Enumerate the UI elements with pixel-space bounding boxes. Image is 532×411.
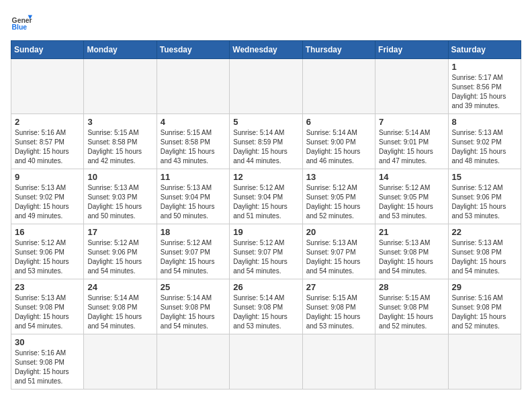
day-number: 20 <box>306 227 371 237</box>
calendar-cell <box>375 59 448 114</box>
logo-icon: General Blue <box>11 11 32 32</box>
day-number: 10 <box>87 172 152 182</box>
calendar-cell: 21Sunrise: 5:13 AM Sunset: 9:08 PM Dayli… <box>375 224 448 279</box>
calendar-cell: 7Sunrise: 5:14 AM Sunset: 9:01 PM Daylig… <box>375 114 448 169</box>
day-number: 21 <box>379 227 444 237</box>
day-info: Sunrise: 5:12 AM Sunset: 9:05 PM Dayligh… <box>379 183 444 221</box>
day-info: Sunrise: 5:12 AM Sunset: 9:06 PM Dayligh… <box>15 238 80 276</box>
day-info: Sunrise: 5:12 AM Sunset: 9:07 PM Dayligh… <box>233 238 298 276</box>
calendar-cell <box>302 59 375 114</box>
day-number: 24 <box>87 282 152 292</box>
day-number: 8 <box>452 117 517 127</box>
day-info: Sunrise: 5:13 AM Sunset: 9:08 PM Dayligh… <box>452 238 517 276</box>
calendar-cell: 9Sunrise: 5:13 AM Sunset: 9:02 PM Daylig… <box>11 169 84 224</box>
calendar-cell <box>84 334 157 390</box>
day-info: Sunrise: 5:14 AM Sunset: 8:59 PM Dayligh… <box>233 128 298 166</box>
day-number: 13 <box>306 172 371 182</box>
day-number: 17 <box>87 227 152 237</box>
day-number: 28 <box>379 282 444 292</box>
calendar-cell: 12Sunrise: 5:12 AM Sunset: 9:04 PM Dayli… <box>230 169 302 224</box>
day-number: 2 <box>15 117 80 127</box>
calendar-cell: 26Sunrise: 5:14 AM Sunset: 9:08 PM Dayli… <box>230 279 302 334</box>
day-number: 11 <box>161 172 226 182</box>
day-number: 7 <box>379 117 444 127</box>
day-info: Sunrise: 5:13 AM Sunset: 9:08 PM Dayligh… <box>15 293 80 331</box>
calendar-cell: 28Sunrise: 5:15 AM Sunset: 9:08 PM Dayli… <box>375 279 448 334</box>
day-info: Sunrise: 5:16 AM Sunset: 8:57 PM Dayligh… <box>15 128 80 166</box>
calendar-cell <box>157 334 229 390</box>
calendar-cell: 14Sunrise: 5:12 AM Sunset: 9:05 PM Dayli… <box>375 169 448 224</box>
calendar-cell <box>230 59 302 114</box>
calendar-cell: 18Sunrise: 5:12 AM Sunset: 9:07 PM Dayli… <box>157 224 229 279</box>
day-info: Sunrise: 5:13 AM Sunset: 9:03 PM Dayligh… <box>87 183 152 221</box>
calendar-cell <box>230 334 302 390</box>
col-monday: Monday <box>84 41 157 59</box>
calendar-cell: 24Sunrise: 5:14 AM Sunset: 9:08 PM Dayli… <box>84 279 157 334</box>
day-number: 23 <box>15 282 80 292</box>
day-info: Sunrise: 5:15 AM Sunset: 8:58 PM Dayligh… <box>87 128 152 166</box>
week-row-0: 1Sunrise: 5:17 AM Sunset: 8:56 PM Daylig… <box>11 59 521 114</box>
calendar-cell: 30Sunrise: 5:16 AM Sunset: 9:08 PM Dayli… <box>11 334 84 390</box>
col-friday: Friday <box>375 41 448 59</box>
week-row-2: 9Sunrise: 5:13 AM Sunset: 9:02 PM Daylig… <box>11 169 521 224</box>
day-number: 15 <box>452 172 517 182</box>
week-row-5: 30Sunrise: 5:16 AM Sunset: 9:08 PM Dayli… <box>11 334 521 390</box>
col-thursday: Thursday <box>302 41 375 59</box>
day-info: Sunrise: 5:14 AM Sunset: 9:00 PM Dayligh… <box>306 128 371 166</box>
calendar-header: General Blue <box>11 11 521 32</box>
calendar-cell: 2Sunrise: 5:16 AM Sunset: 8:57 PM Daylig… <box>11 114 84 169</box>
calendar-cell: 8Sunrise: 5:13 AM Sunset: 9:02 PM Daylig… <box>448 114 521 169</box>
week-row-1: 2Sunrise: 5:16 AM Sunset: 8:57 PM Daylig… <box>11 114 521 169</box>
calendar-cell: 25Sunrise: 5:14 AM Sunset: 9:08 PM Dayli… <box>157 279 229 334</box>
calendar-cell <box>375 334 448 390</box>
week-row-4: 23Sunrise: 5:13 AM Sunset: 9:08 PM Dayli… <box>11 279 521 334</box>
day-info: Sunrise: 5:14 AM Sunset: 9:08 PM Dayligh… <box>233 293 298 331</box>
calendar-cell: 4Sunrise: 5:15 AM Sunset: 8:58 PM Daylig… <box>157 114 229 169</box>
day-number: 4 <box>161 117 226 127</box>
day-number: 1 <box>452 62 517 72</box>
calendar-cell: 1Sunrise: 5:17 AM Sunset: 8:56 PM Daylig… <box>448 59 521 114</box>
day-info: Sunrise: 5:16 AM Sunset: 9:08 PM Dayligh… <box>452 293 517 331</box>
calendar-cell <box>448 334 521 390</box>
day-number: 27 <box>306 282 371 292</box>
day-info: Sunrise: 5:13 AM Sunset: 9:07 PM Dayligh… <box>306 238 371 276</box>
col-tuesday: Tuesday <box>157 41 229 59</box>
calendar-cell <box>84 59 157 114</box>
day-number: 6 <box>306 117 371 127</box>
week-row-3: 16Sunrise: 5:12 AM Sunset: 9:06 PM Dayli… <box>11 224 521 279</box>
day-number: 9 <box>15 172 80 182</box>
day-info: Sunrise: 5:13 AM Sunset: 9:08 PM Dayligh… <box>379 238 444 276</box>
calendar-cell <box>11 59 84 114</box>
calendar-cell: 3Sunrise: 5:15 AM Sunset: 8:58 PM Daylig… <box>84 114 157 169</box>
day-info: Sunrise: 5:16 AM Sunset: 9:08 PM Dayligh… <box>15 349 80 386</box>
day-info: Sunrise: 5:14 AM Sunset: 9:01 PM Dayligh… <box>379 128 444 166</box>
col-wednesday: Wednesday <box>230 41 302 59</box>
day-info: Sunrise: 5:17 AM Sunset: 8:56 PM Dayligh… <box>452 73 517 111</box>
calendar-table: Sunday Monday Tuesday Wednesday Thursday… <box>11 40 521 390</box>
day-info: Sunrise: 5:13 AM Sunset: 9:02 PM Dayligh… <box>452 128 517 166</box>
day-number: 5 <box>233 117 298 127</box>
day-info: Sunrise: 5:15 AM Sunset: 8:58 PM Dayligh… <box>161 128 226 166</box>
day-number: 29 <box>452 282 517 292</box>
calendar-cell: 27Sunrise: 5:15 AM Sunset: 9:08 PM Dayli… <box>302 279 375 334</box>
day-info: Sunrise: 5:14 AM Sunset: 9:08 PM Dayligh… <box>161 293 226 331</box>
day-number: 12 <box>233 172 298 182</box>
day-info: Sunrise: 5:12 AM Sunset: 9:05 PM Dayligh… <box>306 183 371 221</box>
calendar-cell: 15Sunrise: 5:12 AM Sunset: 9:06 PM Dayli… <box>448 169 521 224</box>
day-info: Sunrise: 5:15 AM Sunset: 9:08 PM Dayligh… <box>379 293 444 331</box>
calendar-cell <box>302 334 375 390</box>
day-number: 14 <box>379 172 444 182</box>
calendar-cell <box>157 59 229 114</box>
day-number: 16 <box>15 227 80 237</box>
day-info: Sunrise: 5:12 AM Sunset: 9:04 PM Dayligh… <box>233 183 298 221</box>
calendar-cell: 17Sunrise: 5:12 AM Sunset: 9:06 PM Dayli… <box>84 224 157 279</box>
calendar-cell: 22Sunrise: 5:13 AM Sunset: 9:08 PM Dayli… <box>448 224 521 279</box>
calendar-cell: 10Sunrise: 5:13 AM Sunset: 9:03 PM Dayli… <box>84 169 157 224</box>
day-number: 30 <box>15 337 80 347</box>
col-saturday: Saturday <box>448 41 521 59</box>
calendar-cell: 23Sunrise: 5:13 AM Sunset: 9:08 PM Dayli… <box>11 279 84 334</box>
day-info: Sunrise: 5:12 AM Sunset: 9:07 PM Dayligh… <box>161 238 226 276</box>
calendar-cell: 6Sunrise: 5:14 AM Sunset: 9:00 PM Daylig… <box>302 114 375 169</box>
day-number: 22 <box>452 227 517 237</box>
svg-text:General: General <box>12 17 32 24</box>
